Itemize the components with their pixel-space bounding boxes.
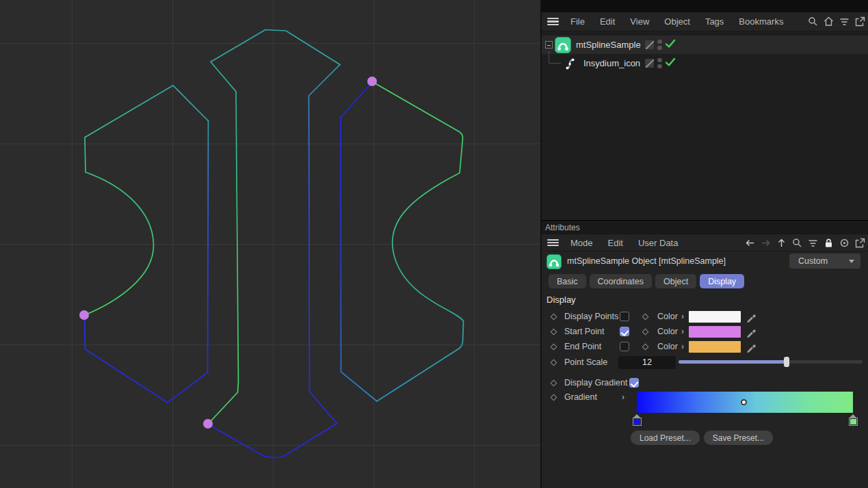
attributes-panel: Attributes Mode Edit User Data: [542, 220, 868, 488]
spline-start-point[interactable]: [203, 419, 213, 429]
spline-right-wing-segment-0[interactable]: [341, 83, 377, 401]
parameter-diamond-icon[interactable]: [642, 343, 649, 350]
eyedropper-icon[interactable]: [746, 326, 757, 338]
gradient-knot-left[interactable]: [633, 414, 642, 426]
parameter-diamond-icon[interactable]: [551, 394, 557, 401]
gradient-knot-right[interactable]: [849, 414, 858, 426]
forward-icon[interactable]: [761, 238, 771, 248]
target-icon[interactable]: [839, 238, 850, 248]
start-point-checkbox[interactable]: [620, 327, 629, 336]
object-name[interactable]: Insydium_icon: [583, 58, 640, 68]
param-label: Display Gradient: [564, 378, 627, 388]
menu-mode[interactable]: Mode: [563, 238, 601, 248]
point-scale-value-field[interactable]: 12: [618, 356, 676, 369]
parameter-diamond-icon[interactable]: [551, 343, 557, 350]
popout-icon[interactable]: [855, 16, 865, 27]
spline-sample-icon: [547, 254, 562, 269]
display-points-color-swatch[interactable]: [689, 311, 741, 323]
enabled-check-icon[interactable]: [665, 39, 676, 51]
row-display-points: Display Points Color ›: [542, 309, 868, 324]
back-icon[interactable]: [745, 238, 755, 248]
gradient-mid-knob[interactable]: [741, 399, 747, 405]
eyedropper-icon[interactable]: [746, 311, 757, 323]
tree-branch-line: [542, 54, 569, 72]
section-title: Display: [547, 295, 576, 305]
visibility-dots-icon[interactable]: [657, 58, 662, 69]
object-row-mtsplinesample[interactable]: mtSplineSample: [542, 36, 868, 54]
color-label: Color: [657, 327, 678, 336]
menu-tags[interactable]: Tags: [698, 16, 731, 27]
search-icon[interactable]: [808, 16, 818, 27]
spline-right-wing-segment-1[interactable]: [373, 82, 464, 401]
eyedropper-icon[interactable]: [746, 341, 757, 353]
hamburger-menu-icon[interactable]: [547, 239, 559, 247]
object-row-insydium-icon[interactable]: Insydium_icon: [542, 54, 868, 72]
chevron-right-icon[interactable]: ›: [681, 312, 684, 321]
parameter-diamond-icon[interactable]: [551, 328, 557, 335]
end-point-checkbox[interactable]: [620, 342, 629, 351]
parameter-diamond-icon[interactable]: [551, 379, 557, 386]
attributes-menubar: Mode Edit User Data: [542, 234, 868, 252]
start-point-color-swatch[interactable]: [689, 326, 741, 338]
layer-toggle-icon[interactable]: [645, 59, 654, 68]
hamburger-menu-icon[interactable]: [547, 18, 559, 25]
tab-display[interactable]: Display: [700, 274, 744, 288]
menu-object[interactable]: Object: [657, 16, 698, 27]
visibility-dots-icon[interactable]: [657, 40, 662, 51]
attribute-tabs: Basic Coordinates Object Display: [542, 274, 868, 289]
row-start-point: Start Point Color ›: [542, 324, 868, 339]
object-name[interactable]: mtSplineSample: [576, 40, 641, 50]
slider-handle[interactable]: [784, 357, 789, 367]
param-label: Gradient: [564, 392, 597, 402]
spline-left-wing-segment-0[interactable]: [85, 121, 209, 403]
spline-viewport[interactable]: [0, 0, 540, 488]
menu-user-data[interactable]: User Data: [631, 238, 686, 248]
tab-basic[interactable]: Basic: [549, 274, 586, 288]
panel-title: Attributes: [545, 223, 580, 232]
point-scale-slider[interactable]: [679, 360, 863, 364]
spline-middle-shape-segment-0[interactable]: [208, 65, 340, 458]
object-manager-menubar: File Edit View Object Tags Bookmarks: [542, 12, 868, 31]
layer-toggle-icon[interactable]: [645, 40, 654, 49]
spline-sample-icon[interactable]: [555, 37, 571, 53]
filter-icon[interactable]: [839, 16, 850, 27]
save-preset-button[interactable]: Save Preset...: [704, 431, 773, 445]
row-end-point: End Point Color ›: [542, 339, 868, 354]
enabled-check-icon[interactable]: [665, 57, 676, 70]
spline-middle-shape-segment-1[interactable]: [208, 30, 340, 424]
filter-icon[interactable]: [808, 238, 818, 248]
parameter-diamond-icon[interactable]: [642, 328, 649, 335]
tab-coordinates[interactable]: Coordinates: [590, 274, 652, 288]
color-label: Color: [657, 312, 678, 321]
menu-edit[interactable]: Edit: [601, 238, 631, 248]
tab-object[interactable]: Object: [655, 274, 696, 288]
menu-bookmarks[interactable]: Bookmarks: [731, 16, 791, 27]
gradient-bar[interactable]: [637, 392, 853, 413]
menu-file[interactable]: File: [563, 16, 592, 27]
chevron-right-icon[interactable]: ›: [681, 327, 684, 336]
param-label: Start Point: [564, 327, 604, 336]
display-gradient-checkbox[interactable]: [629, 378, 639, 388]
parameter-diamond-icon[interactable]: [551, 313, 557, 320]
chevron-right-icon[interactable]: ›: [681, 342, 684, 351]
parameter-diamond-icon[interactable]: [642, 313, 649, 320]
search-icon[interactable]: [792, 238, 802, 248]
lock-icon[interactable]: [824, 238, 834, 248]
parameter-diamond-icon[interactable]: [551, 359, 557, 366]
spline-start-point[interactable]: [367, 77, 377, 86]
collapse-expander-icon[interactable]: [545, 41, 553, 49]
load-preset-button[interactable]: Load Preset...: [631, 431, 700, 445]
menu-view[interactable]: View: [622, 16, 657, 27]
preset-dropdown[interactable]: Custom: [789, 254, 860, 269]
up-icon[interactable]: [776, 238, 787, 248]
object-manager-panel: File Edit View Object Tags Bookmarks: [542, 0, 868, 220]
spline-left-wing-segment-1[interactable]: [85, 85, 209, 315]
end-point-color-swatch[interactable]: [689, 341, 741, 353]
spline-start-point[interactable]: [79, 310, 89, 320]
chevron-right-icon[interactable]: ›: [622, 392, 624, 402]
menu-edit[interactable]: Edit: [592, 16, 622, 27]
home-icon[interactable]: [824, 16, 834, 27]
popout-icon[interactable]: [855, 238, 865, 248]
object-title: mtSplineSample Object [mtSplineSample]: [567, 256, 726, 266]
display-points-checkbox[interactable]: [620, 312, 629, 321]
